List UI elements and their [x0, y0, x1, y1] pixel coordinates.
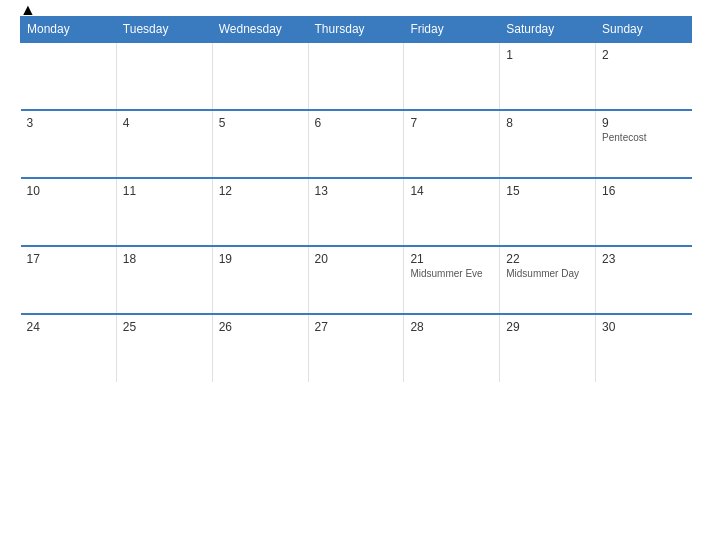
- day-number: 6: [315, 116, 398, 130]
- calendar-day-cell: 8: [500, 110, 596, 178]
- weekday-header: Wednesday: [212, 17, 308, 43]
- day-number: 27: [315, 320, 398, 334]
- day-number: 7: [410, 116, 493, 130]
- weekday-header: Thursday: [308, 17, 404, 43]
- weekday-header: Monday: [21, 17, 117, 43]
- weekday-header: Tuesday: [116, 17, 212, 43]
- calendar-day-cell: 7: [404, 110, 500, 178]
- calendar-day-cell: [308, 42, 404, 110]
- calendar-day-cell: 11: [116, 178, 212, 246]
- day-number: 13: [315, 184, 398, 198]
- calendar-table: MondayTuesdayWednesdayThursdayFridaySatu…: [20, 16, 692, 382]
- weekday-header: Friday: [404, 17, 500, 43]
- calendar-week-row: 12: [21, 42, 692, 110]
- calendar-day-cell: 1: [500, 42, 596, 110]
- day-number: 26: [219, 320, 302, 334]
- calendar-day-cell: 13: [308, 178, 404, 246]
- day-number: 15: [506, 184, 589, 198]
- calendar-day-cell: 23: [596, 246, 692, 314]
- calendar-week-row: 10111213141516: [21, 178, 692, 246]
- calendar-day-cell: 27: [308, 314, 404, 382]
- day-number: 24: [27, 320, 110, 334]
- day-number: 5: [219, 116, 302, 130]
- calendar-day-cell: 17: [21, 246, 117, 314]
- calendar-day-cell: 2: [596, 42, 692, 110]
- calendar-day-cell: 16: [596, 178, 692, 246]
- day-number: 9: [602, 116, 685, 130]
- calendar-day-cell: 12: [212, 178, 308, 246]
- calendar-week-row: 24252627282930: [21, 314, 692, 382]
- day-number: 25: [123, 320, 206, 334]
- calendar-day-cell: 10: [21, 178, 117, 246]
- day-number: 17: [27, 252, 110, 266]
- calendar-day-cell: 3: [21, 110, 117, 178]
- day-number: 23: [602, 252, 685, 266]
- calendar-day-cell: 29: [500, 314, 596, 382]
- day-number: 12: [219, 184, 302, 198]
- calendar-day-cell: [21, 42, 117, 110]
- day-number: 4: [123, 116, 206, 130]
- calendar-body: 123456789Pentecost1011121314151617181920…: [21, 42, 692, 382]
- day-number: 29: [506, 320, 589, 334]
- day-number: 2: [602, 48, 685, 62]
- calendar-day-cell: [116, 42, 212, 110]
- day-number: 3: [27, 116, 110, 130]
- day-number: 20: [315, 252, 398, 266]
- day-number: 18: [123, 252, 206, 266]
- calendar-day-cell: 19: [212, 246, 308, 314]
- day-number: 28: [410, 320, 493, 334]
- calendar-day-cell: 18: [116, 246, 212, 314]
- event-label: Pentecost: [602, 132, 685, 143]
- event-label: Midsummer Eve: [410, 268, 493, 279]
- calendar-day-cell: 6: [308, 110, 404, 178]
- logo: ▲: [20, 1, 36, 19]
- calendar-day-cell: 21Midsummer Eve: [404, 246, 500, 314]
- day-number: 11: [123, 184, 206, 198]
- calendar-day-cell: 15: [500, 178, 596, 246]
- event-label: Midsummer Day: [506, 268, 589, 279]
- calendar-day-cell: [212, 42, 308, 110]
- weekday-header: Sunday: [596, 17, 692, 43]
- calendar-day-cell: 4: [116, 110, 212, 178]
- calendar-day-cell: [404, 42, 500, 110]
- day-number: 30: [602, 320, 685, 334]
- day-number: 10: [27, 184, 110, 198]
- day-number: 16: [602, 184, 685, 198]
- calendar-day-cell: 28: [404, 314, 500, 382]
- calendar-day-cell: 30: [596, 314, 692, 382]
- calendar-day-cell: 20: [308, 246, 404, 314]
- calendar-day-cell: 22Midsummer Day: [500, 246, 596, 314]
- weekday-header: Saturday: [500, 17, 596, 43]
- day-number: 22: [506, 252, 589, 266]
- calendar-day-cell: 5: [212, 110, 308, 178]
- calendar-week-row: 3456789Pentecost: [21, 110, 692, 178]
- calendar-day-cell: 14: [404, 178, 500, 246]
- calendar-week-row: 1718192021Midsummer Eve22Midsummer Day23: [21, 246, 692, 314]
- calendar-day-cell: 25: [116, 314, 212, 382]
- calendar-header-row: MondayTuesdayWednesdayThursdayFridaySatu…: [21, 17, 692, 43]
- calendar-day-cell: 9Pentecost: [596, 110, 692, 178]
- calendar-day-cell: 24: [21, 314, 117, 382]
- day-number: 21: [410, 252, 493, 266]
- day-number: 14: [410, 184, 493, 198]
- day-number: 8: [506, 116, 589, 130]
- day-number: 1: [506, 48, 589, 62]
- calendar-day-cell: 26: [212, 314, 308, 382]
- day-number: 19: [219, 252, 302, 266]
- logo-general-text: ▲: [20, 1, 36, 19]
